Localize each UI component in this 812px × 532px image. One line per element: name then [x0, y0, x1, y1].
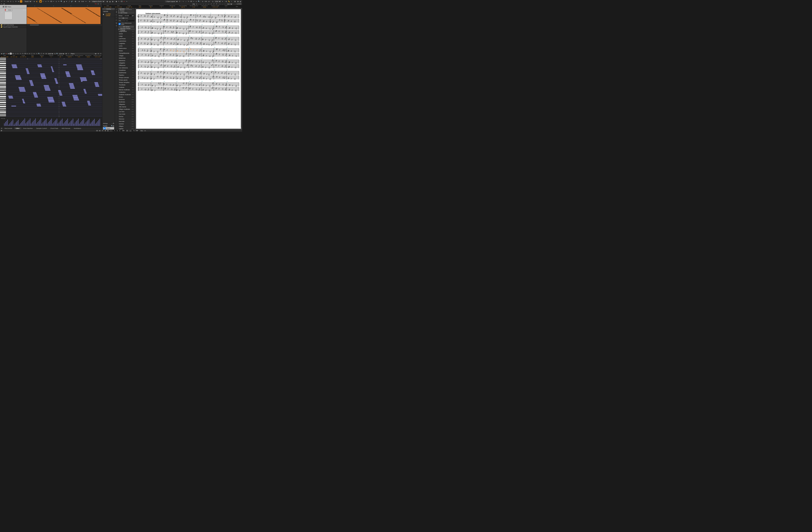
text-section-icon[interactable]: T: [115, 25, 118, 27]
primary-time-display[interactable]: 7. 3. 2. 106: [113, 130, 126, 132]
zoom-out-icon[interactable]: ⊖: [202, 0, 204, 3]
tempo-track-icon[interactable]: ⟋: [100, 3, 102, 5]
grid-type-icon[interactable]: ⊟: [88, 0, 91, 3]
layout-radio[interactable]: [103, 14, 104, 15]
tab-midiremote[interactable]: MIDI Remote: [60, 128, 72, 129]
thirtysecond-note-icon[interactable]: 𝅘𝅥𝅰: [213, 3, 215, 5]
tap-tempo-button[interactable]: Tap: [140, 130, 144, 132]
play-tool-icon[interactable]: 🔊: [71, 0, 73, 3]
automation-mode-select[interactable]: Touch: [24, 0, 32, 3]
record-button[interactable]: ○: [110, 130, 112, 132]
tab-visibility[interactable]: Visibility: [102, 8, 115, 10]
tempo-item[interactable]: Con brio120: [118, 110, 135, 113]
ke-edit-vst-icon[interactable]: ⊞: [97, 53, 99, 55]
split-tool-icon[interactable]: ✂: [53, 0, 55, 3]
panel-bottom-icon[interactable]: ⬓: [109, 0, 111, 3]
solo-button[interactable]: S: [10, 0, 12, 3]
ke-arrow2-icon[interactable]: ↖: [36, 53, 38, 55]
tempo-header[interactable]: ▸Tempo: [118, 10, 135, 12]
track-solo-button[interactable]: S: [5, 6, 7, 8]
ke-mute-tool-icon[interactable]: ✕: [29, 53, 30, 55]
ke-line-tool-icon[interactable]: ╱: [40, 53, 42, 55]
tempo-item[interactable]: Moderato108: [118, 101, 135, 103]
tempo-item[interactable]: Misterioso66: [118, 57, 135, 59]
track-visibility-checkbox[interactable]: [104, 127, 106, 129]
sixteenth-note-icon[interactable]: 𝅘𝅥𝅯: [210, 3, 212, 5]
tempo-note-half[interactable]: 𝅗𝅥: [120, 17, 122, 19]
tempo-note-dotted[interactable]: •: [126, 17, 128, 19]
transport-dropdown-icon[interactable]: ▾: [144, 130, 146, 132]
tracks-menu-icon[interactable]: ⊞: [113, 125, 114, 127]
eighth-note-icon[interactable]: ♪: [207, 3, 209, 5]
add-layout-icon[interactable]: +: [112, 123, 113, 124]
score-draw-icon[interactable]: ✎: [187, 0, 190, 3]
mute-tool-icon[interactable]: ✕: [58, 0, 60, 3]
ke-part-select[interactable]: Piano: [70, 53, 97, 55]
panel-right3-icon[interactable]: ⬓: [239, 0, 242, 3]
metronome-icon[interactable]: △: [129, 130, 132, 132]
tempo-item[interactable]: Lento60: [118, 45, 135, 47]
add-tempo-header[interactable]: ▾Add Tempo: [118, 12, 135, 14]
stop-button[interactable]: ■: [104, 130, 106, 132]
go-to-start-icon[interactable]: ⏮: [96, 130, 98, 132]
tempo-item[interactable]: Nobilmente72: [118, 72, 135, 74]
zoom-tool-icon[interactable]: 🔍: [60, 0, 62, 3]
solo-editor-icon[interactable]: ◉: [1, 53, 3, 55]
clef-section-icon[interactable]: 𝄞: [115, 11, 118, 13]
score-glue-icon[interactable]: ⊔: [195, 0, 198, 3]
tempo-item[interactable]: Eroico96: [118, 96, 135, 98]
tab-note-functions[interactable]: Note Functions: [126, 8, 135, 10]
tempo-item[interactable]: Andante80: [118, 86, 135, 89]
sync-layout-select[interactable]: 1 Sync Layout: [165, 0, 178, 3]
layout-menu-icon[interactable]: ⊞: [113, 123, 114, 124]
ke-quantize-btn[interactable]: Q: [54, 53, 56, 55]
repeat-section-icon[interactable]: ↻: [115, 22, 118, 25]
ke-snap-icon[interactable]: ⊞: [45, 53, 47, 55]
staff-system[interactable]: 4849505152535455♪♫𝅘𝅥𝅯♬♪♫𝅘𝅥𝅯♬♪♫𝅘𝅥𝅯♬♪♫𝅘𝅥𝅯♬…: [138, 83, 239, 91]
voice-1-button[interactable]: 1: [237, 3, 237, 5]
tempo-item[interactable]: Andantino92: [118, 91, 135, 93]
tuplet-select[interactable]: 3:2: [227, 3, 233, 5]
ke-time-warp-icon[interactable]: ≋: [43, 53, 44, 55]
ruler-icon[interactable]: 📏: [228, 0, 230, 3]
voice-2-button[interactable]: 2: [238, 3, 239, 5]
score-insert-icon[interactable]: ↖: [118, 0, 120, 3]
score-erase2-icon[interactable]: ⌫: [190, 0, 192, 3]
go-to-end-icon[interactable]: ⏭: [99, 130, 101, 132]
horizontal-scrollbar[interactable]: [27, 24, 102, 26]
layout-menu-icon[interactable]: ☰: [178, 0, 181, 3]
absolute-tempo-header[interactable]: ▾Absolute Tempo Change: [118, 28, 135, 30]
auto-select-icon[interactable]: ↕: [15, 53, 17, 55]
search-tracks-icon[interactable]: 🔍: [111, 125, 113, 127]
panel-right-icon[interactable]: ◨: [112, 0, 114, 3]
tempo-note-eighth[interactable]: ♪: [125, 17, 126, 19]
ke-arrow-tool-icon[interactable]: ↖: [19, 53, 21, 55]
track-visibility-item[interactable]: Piano: [103, 127, 114, 130]
erase-tool-icon[interactable]: ⌫: [50, 0, 52, 3]
draw-tool-icon[interactable]: ✎: [47, 0, 49, 3]
tempo-value-input[interactable]: [124, 15, 132, 17]
acoustic-feedback-icon[interactable]: 🔊: [3, 53, 5, 55]
tab-samplercontrol[interactable]: Sampler Control: [34, 128, 48, 129]
time-signature[interactable]: 7/8: [95, 3, 97, 5]
dq-button[interactable]: DQ: [192, 3, 195, 5]
panel-left-icon[interactable]: ◧: [106, 0, 108, 3]
play-button[interactable]: ▶: [107, 130, 109, 132]
track-thumbnail[interactable]: [4, 12, 12, 19]
tab-symbols[interactable]: Symbols: [118, 8, 126, 10]
tempo-item[interactable]: Malinconico60: [118, 47, 135, 50]
add-track-icon[interactable]: +: [1, 3, 2, 5]
score-arrow-icon[interactable]: ↖: [182, 0, 185, 3]
tempo-item[interactable]: Larghissimo24: [118, 30, 135, 33]
score-note-icon[interactable]: ♪: [185, 0, 187, 3]
track-monitor-button[interactable]: ◉: [6, 9, 8, 11]
marker-icon[interactable]: ▭: [97, 3, 99, 5]
adapt-zoom-select[interactable]: Adapt to Zoom: [91, 0, 105, 3]
show-metronome-checkbox[interactable]: [118, 23, 121, 25]
tab-mixconsole[interactable]: MixConsole: [3, 128, 14, 129]
close-lowerzone-icon[interactable]: ✕: [1, 128, 3, 129]
ke-pitch-icon[interactable]: ♯: [68, 53, 70, 55]
track-read-button[interactable]: R: [23, 9, 24, 11]
automation-button[interactable]: A: [20, 0, 22, 3]
ke-erase-tool-icon[interactable]: ⌫: [24, 53, 26, 55]
